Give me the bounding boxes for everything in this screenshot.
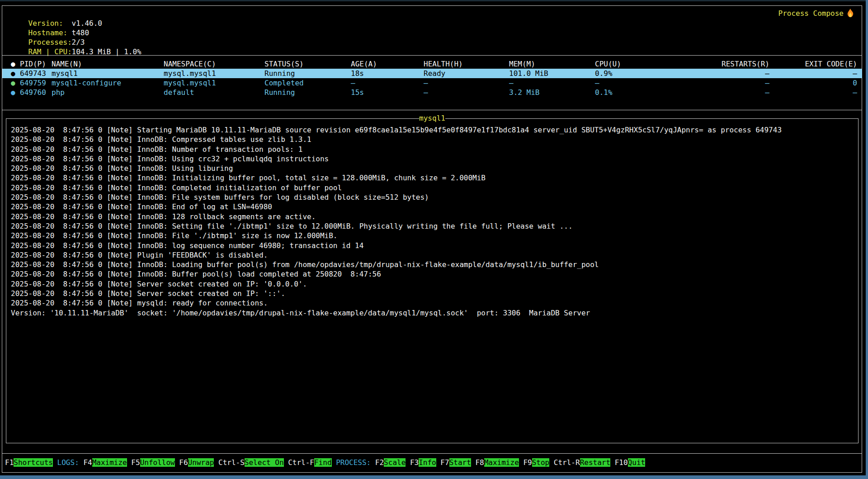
log-line: 2025-08-20 8:47:56 0 [Note] InnoDB: File…: [11, 193, 855, 202]
column-header-namespace[interactable]: NAMESPACE(C): [164, 59, 216, 69]
log-line: 2025-08-20 8:47:56 0 [Note] InnoDB: 128 …: [11, 212, 855, 221]
shortcut-action-restart[interactable]: Restart: [580, 458, 610, 467]
shortcut-action-unwrap[interactable]: Unwrap: [188, 458, 214, 467]
cell-namespace: default: [164, 88, 194, 97]
log-line: 2025-08-20 8:47:56 0 [Note] InnoDB: Sett…: [11, 221, 855, 231]
cell-health: Ready: [424, 69, 445, 78]
cell-cpu: –: [595, 78, 599, 88]
cell-cpu: 0.1%: [595, 88, 613, 97]
log-lines: 2025-08-20 8:47:56 0 [Note] Starting Mar…: [11, 125, 855, 318]
log-panel-title: mysql1: [419, 114, 445, 123]
cell-age: 15s: [351, 88, 364, 97]
shortcut-bar-frame: F1Shortcuts LOGS: F4Maximize F5Unfollow …: [2, 453, 862, 473]
cell-exit-code: –: [778, 69, 857, 78]
shortcut-action-unfollow[interactable]: Unfollow: [140, 458, 175, 467]
log-line: 2025-08-20 8:47:56 0 [Note] Starting Mar…: [11, 125, 855, 135]
log-line: 2025-08-20 8:47:56 0 [Note] InnoDB: End …: [11, 202, 855, 211]
cell-name: mysql1: [52, 69, 78, 78]
shortcut-key: Ctrl-R: [549, 458, 580, 467]
column-header-restarts[interactable]: RESTARTS(R): [635, 59, 769, 69]
cell-age: –: [351, 78, 355, 88]
shortcut-action-start[interactable]: Start: [449, 458, 471, 467]
cell-mem: –: [509, 78, 514, 88]
column-header-exit-code[interactable]: EXIT CODE(E): [778, 59, 857, 69]
header-field-version: Version:v1.46.0: [11, 9, 102, 19]
column-header-health[interactable]: HEALTH(H): [424, 59, 463, 69]
cell-pid: 649760: [20, 88, 46, 97]
process-row-mysql1-configure[interactable]: ● 649759 mysql1-configure mysql.mysql1 C…: [2, 78, 862, 88]
status-bullet-icon: ●: [11, 88, 15, 97]
shortcut-key: F1: [5, 458, 14, 467]
shortcut-key: F10: [610, 458, 628, 467]
cell-status: Running: [264, 88, 295, 97]
log-line: 2025-08-20 8:47:56 0 [Note] Plugin 'FEED…: [11, 250, 855, 260]
log-line: 2025-08-20 8:47:56 0 [Note] InnoDB: Usin…: [11, 154, 855, 164]
cell-name: mysql1-configure: [52, 78, 121, 88]
column-header-pid[interactable]: PID(P): [20, 59, 46, 69]
cell-mem: 101.0 MiB: [509, 69, 548, 78]
cell-cpu: 0.9%: [595, 69, 613, 78]
status-bullet-icon: ●: [11, 78, 15, 88]
header-field-hostname: Hostname:t480: [11, 19, 89, 28]
shortcut-key: F6: [175, 458, 188, 467]
table-header-row: ● PID(P) NAME(N) NAMESPACE(C) STATUS(S) …: [2, 59, 862, 69]
column-header-cpu[interactable]: CPU(U): [595, 59, 621, 69]
shortcut-action-stop[interactable]: Stop: [532, 458, 550, 467]
shortcut-action-shortcuts[interactable]: Shortcuts: [14, 458, 53, 467]
log-line: 2025-08-20 8:47:56 0 [Note] InnoDB: Comp…: [11, 183, 855, 193]
cell-status: Running: [264, 69, 295, 78]
log-line: 2025-08-20 8:47:56 0 [Note] InnoDB: log …: [11, 241, 855, 250]
shortcut-key: Ctrl-S: [214, 458, 244, 467]
shortcut-bar: F1Shortcuts LOGS: F4Maximize F5Unfollow …: [5, 458, 645, 467]
shortcut-action-info[interactable]: Info: [419, 458, 436, 467]
shortcut-key: F3: [406, 458, 419, 467]
shortcut-action-find[interactable]: Find: [314, 458, 332, 467]
table-bottom-divider: [2, 110, 862, 110]
log-line: 2025-08-20 8:47:56 0 [Note] InnoDB: Buff…: [11, 269, 855, 279]
cell-namespace: mysql.mysql1: [164, 78, 216, 88]
cell-pid: 649759: [20, 78, 46, 88]
log-line: 2025-08-20 8:47:56 0 [Note] InnoDB: Load…: [11, 260, 855, 269]
column-header-status[interactable]: STATUS(S): [264, 59, 304, 69]
log-line: 2025-08-20 8:47:56 0 [Note] InnoDB: Init…: [11, 173, 855, 183]
log-panel[interactable]: mysql1 2025-08-20 8:47:56 0 [Note] Start…: [6, 118, 859, 443]
app-title-text: Process Compose: [778, 9, 844, 18]
header-table-divider: [2, 55, 862, 56]
cell-health: –: [424, 88, 428, 97]
bar-section-label: PROCESS:: [332, 458, 375, 467]
shortcut-action-quit[interactable]: Quit: [628, 458, 646, 467]
cell-restarts: –: [635, 69, 769, 78]
shortcut-key: Ctrl-F: [284, 458, 314, 467]
cell-pid: 649743: [20, 69, 46, 78]
process-row-mysql1[interactable]: ● 649743 mysql1 mysql.mysql1 Running 18s…: [2, 69, 862, 78]
status-bullet-icon: ●: [11, 69, 15, 78]
log-line: 2025-08-20 8:47:56 0 [Note] InnoDB: Comp…: [11, 135, 855, 144]
window-edge-bottom: [0, 475, 868, 479]
cell-health: –: [424, 78, 428, 88]
window-edge-right: [866, 0, 868, 479]
shortcut-action-maximize[interactable]: Maximize: [484, 458, 519, 467]
status-bullet-icon: ●: [11, 59, 15, 69]
process-row-php[interactable]: ● 649760 php default Running 15s – 3.2 M…: [2, 88, 862, 97]
shortcut-key: F2: [375, 458, 384, 467]
shortcut-key: F7: [436, 458, 449, 467]
shortcut-key: F9: [519, 458, 532, 467]
shortcut-action-scale[interactable]: Scale: [384, 458, 406, 467]
app-title: Process Compose: [778, 9, 855, 19]
header-field-ram-cpu: RAM | CPU:104.3 MiB | 1.0%: [11, 38, 142, 47]
shortcut-key: F5: [127, 458, 140, 467]
log-line: 2025-08-20 8:47:56 0 [Note] Server socke…: [11, 279, 855, 289]
shortcut-key: F8: [471, 458, 484, 467]
cell-mem: 3.2 MiB: [509, 88, 539, 97]
column-header-mem[interactable]: MEM(M): [509, 59, 535, 69]
window-edge-top: [0, 0, 868, 1]
shortcut-action-maximize[interactable]: Maximize: [92, 458, 127, 467]
column-header-name[interactable]: NAME(N): [52, 59, 82, 69]
cell-exit-code: –: [778, 88, 857, 97]
column-header-age[interactable]: AGE(A): [351, 59, 377, 69]
shortcut-action-select-on[interactable]: Select On: [245, 458, 284, 467]
log-line: 2025-08-20 8:47:56 0 [Note] InnoDB: Numb…: [11, 145, 855, 154]
log-line: 2025-08-20 8:47:56 0 [Note] InnoDB: Usin…: [11, 164, 855, 173]
cell-restarts: –: [635, 78, 769, 88]
fire-icon: [846, 9, 854, 18]
